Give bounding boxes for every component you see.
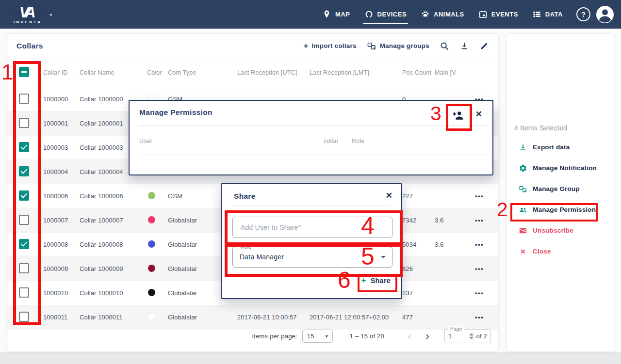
collar-id-cell: 1000010 <box>43 289 80 297</box>
divider <box>139 125 488 126</box>
mail-icon <box>519 226 527 235</box>
sidebar-item-close[interactable]: ✕ Close <box>507 241 614 262</box>
table-row: 1000011 Collar 1000011 2017-06-21 10:00:… <box>7 305 498 330</box>
help-icon[interactable]: ? <box>576 7 590 21</box>
role-select[interactable]: Role* Data Manager <box>232 247 392 268</box>
column-header: Last Reception [UTC] <box>237 69 310 76</box>
collar-id-cell: 1000006 <box>43 192 80 200</box>
nav-tab-data[interactable]: DATA <box>532 0 563 29</box>
row-checkbox[interactable] <box>19 142 29 152</box>
sidebar-item-manage-permission[interactable]: Manage Permission <box>507 199 614 220</box>
lmt-cell: 2017-06-21 12:00:57+02:00 <box>310 314 402 321</box>
page-stepper[interactable] <box>469 332 474 339</box>
avatar[interactable] <box>596 5 614 24</box>
column-header: Collar ID <box>43 69 80 76</box>
collar-color-dot <box>148 240 155 248</box>
pos-count-cell: 227 <box>402 192 435 200</box>
brand[interactable]: VA INVENTA ▾ <box>7 4 80 24</box>
share-button-label: Share <box>371 277 391 285</box>
collar-id-cell: 1000011 <box>43 314 80 321</box>
sidebar-actions: Export data Manage Notification Manage G… <box>507 137 614 262</box>
page-legend: Page <box>448 326 464 332</box>
pos-count-cell: 626 <box>402 265 435 272</box>
row-checkbox[interactable] <box>19 118 29 128</box>
group-icon <box>367 41 376 51</box>
items-per-page-select[interactable]: 15 ▾ <box>302 330 333 343</box>
collar-color-dot <box>148 265 155 272</box>
sidebar-item-label: Manage Notification <box>533 164 597 172</box>
row-checkbox[interactable] <box>19 166 29 176</box>
manage-groups-label: Manage groups <box>380 42 429 49</box>
nav-tab-events[interactable]: EVENTS <box>478 0 518 29</box>
inventa-logo: VA INVENTA <box>7 4 42 24</box>
chevron-down-icon: ▾ <box>326 333 328 339</box>
nav-tab-label: DEVICES <box>377 11 407 18</box>
search-icon[interactable] <box>440 41 449 51</box>
sidebar-item-label: Export data <box>533 143 570 151</box>
row-actions-button[interactable]: ••• <box>475 265 499 272</box>
row-actions-button[interactable]: ••• <box>475 192 499 200</box>
manage-groups-button[interactable]: Manage groups <box>367 41 429 51</box>
row-actions-button[interactable]: ••• <box>475 314 499 321</box>
range-label: 1 – 15 of 20 <box>350 332 384 340</box>
selected-count-label: 4 Items Selected <box>507 124 614 132</box>
row-actions-button[interactable]: ••• <box>475 217 499 224</box>
group-icon <box>519 185 527 193</box>
close-icon[interactable]: ✕ <box>386 191 392 200</box>
row-checkbox[interactable] <box>19 312 29 322</box>
select-all-checkbox[interactable] <box>19 67 29 77</box>
map-pin-icon <box>322 10 331 19</box>
row-checkbox[interactable] <box>19 263 29 273</box>
utc-cell: 2017-06-21 10:00:57 <box>237 314 310 321</box>
nav-tab-animals[interactable]: ANIMALS <box>421 0 464 29</box>
nav-tab-map[interactable]: MAP <box>322 0 350 29</box>
sidebar-item-label: Close <box>533 248 551 255</box>
people-icon <box>519 206 527 214</box>
sidebar-item-manage-notification[interactable]: Manage Notification <box>507 158 614 178</box>
modal-title: Manage Permission <box>139 108 212 117</box>
import-collars-button[interactable]: + Import collars <box>303 42 356 50</box>
com-type-cell2: Globalstar <box>168 314 237 321</box>
collars-header: Collars + Import collars Manage groups <box>7 34 498 58</box>
collar-name-cell: Collar 1000010 <box>80 289 147 297</box>
download-icon[interactable] <box>459 41 469 51</box>
row-checkbox[interactable] <box>19 287 29 298</box>
pos-count-cell: 237 <box>402 289 435 297</box>
column-header: Com Type <box>168 69 237 76</box>
add-user-input[interactable] <box>232 217 392 238</box>
sidebar-item-manage-group[interactable]: Manage Group <box>507 178 614 199</box>
nav-tab-label: ANIMALS <box>434 11 464 18</box>
pos-count-cell: 477 <box>402 314 435 321</box>
top-navbar: VA INVENTA ▾ MAP DEVICES ANIMALS EVENTS … <box>0 0 621 29</box>
sidebar-item-unsubscribe[interactable]: Unsubscribe <box>507 220 614 241</box>
collar-color-dot <box>148 192 155 199</box>
row-actions-button[interactable]: ••• <box>475 241 499 248</box>
page-number-input[interactable]: 1 <box>448 332 469 340</box>
items-per-page-label: Items per page: <box>252 332 297 340</box>
collar-id-cell: 1000007 <box>43 217 80 224</box>
sidebar-item-export-data[interactable]: Export data <box>507 137 614 158</box>
column-header: Last Reception [LMT] <box>310 69 402 76</box>
plus-icon: + <box>361 276 366 285</box>
nav-tab-devices[interactable]: DEVICES <box>364 0 407 29</box>
row-checkbox[interactable] <box>19 239 29 249</box>
collar-id-cell: 1000004 <box>43 168 80 175</box>
logo-monogram: VA <box>19 5 36 19</box>
collar-id-cell: 1000003 <box>43 144 80 151</box>
collar-id-cell: 1000009 <box>43 265 80 272</box>
row-actions-button[interactable]: ••• <box>475 289 499 297</box>
chevron-down-icon <box>381 256 386 258</box>
close-icon[interactable]: ✕ <box>475 110 482 118</box>
row-checkbox[interactable] <box>19 190 29 201</box>
close-icon: ✕ <box>519 247 527 256</box>
edit-icon[interactable] <box>479 41 489 51</box>
next-page-button[interactable]: › <box>425 331 429 342</box>
import-collars-label: Import collars <box>312 42 357 49</box>
share-modal: Share ✕ Role* Data Manager + Share <box>221 183 402 299</box>
add-person-icon[interactable] <box>452 109 464 122</box>
row-checkbox[interactable] <box>19 94 29 104</box>
row-checkbox[interactable] <box>19 215 29 225</box>
pos-count-cell: 5034 <box>402 241 435 248</box>
previous-page-button[interactable]: ‹ <box>408 331 412 342</box>
share-button[interactable]: + Share <box>361 276 391 285</box>
